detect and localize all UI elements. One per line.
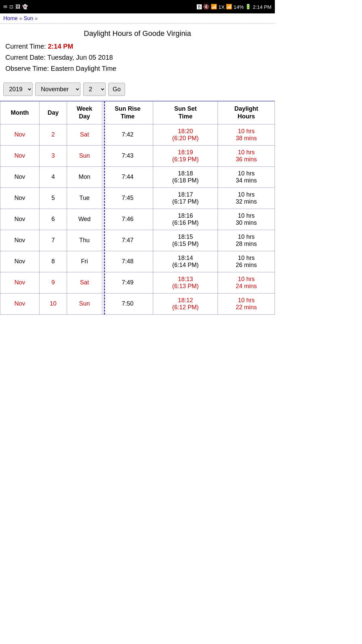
cell-weekday: Wed (67, 209, 102, 230)
cell-sunrise: 7:49 (102, 272, 153, 293)
day-select[interactable]: 12345678910 (83, 83, 106, 96)
cell-daylight: 10 hrs26 mins (218, 251, 275, 272)
cell-daylight: 10 hrs32 mins (218, 187, 275, 209)
observe-time-row: Observe Time: Eastern Daylight Time (5, 65, 269, 72)
network-label: 1X (219, 4, 225, 10)
daylight-table: Month Day WeekDay Sun RiseTime Sun SetTi… (0, 101, 275, 315)
breadcrumb-home[interactable]: Home (3, 15, 18, 21)
mail-icon: ✉ (3, 4, 7, 9)
cell-month: Nov (0, 145, 40, 166)
cell-weekday: Thu (67, 230, 102, 251)
cell-weekday: Fri (67, 251, 102, 272)
cell-sunrise: 7:50 (102, 293, 153, 314)
cell-day: 7 (40, 230, 67, 251)
current-time-value: 2:14 PM (48, 43, 73, 50)
go-button[interactable]: Go (108, 83, 125, 96)
cell-daylight: 10 hrs28 mins (218, 230, 275, 251)
info-section: Current Time: 2:14 PM Current Date: Tues… (0, 41, 275, 78)
current-time-row: Current Time: 2:14 PM (5, 43, 269, 50)
header-day: Day (40, 102, 67, 124)
battery-label: 14% (234, 4, 244, 10)
status-icons: ✉ ⊡ 🖼 👻 (3, 4, 28, 9)
cell-sunset: 18:20(6:20 PM) (153, 124, 218, 145)
current-date-label: Current Date: (5, 54, 46, 61)
month-select[interactable]: JanuaryFebruaryMarchAprilMayJuneJulyAugu… (35, 83, 80, 96)
mute-icon: 🔇 (203, 4, 209, 10)
table-row: Nov 7 Thu 7:47 18:15(6:15 PM) 10 hrs28 m… (0, 230, 275, 251)
cell-daylight: 10 hrs30 mins (218, 209, 275, 230)
cell-sunset: 18:12(6:12 PM) (153, 293, 218, 314)
header-sunset: Sun SetTime (153, 102, 218, 124)
cell-month: Nov (0, 124, 40, 145)
cell-day: 3 (40, 145, 67, 166)
battery-icon: 🔋 (245, 4, 251, 10)
cell-sunset: 18:13(6:13 PM) (153, 272, 218, 293)
bluetooth-icon: 🅱 (197, 4, 202, 10)
current-date-value: Tuesday, Jun 05 2018 (47, 54, 113, 61)
cell-day: 5 (40, 187, 67, 209)
cell-month: Nov (0, 187, 40, 209)
table-row: Nov 10 Sun 7:50 18:12(6:12 PM) 10 hrs22 … (0, 293, 275, 314)
cell-sunrise: 7:46 (102, 209, 153, 230)
status-right-icons: 🅱 🔇 📶 1X 📶 14% 🔋 2:14 PM (197, 4, 272, 10)
cell-day: 2 (40, 124, 67, 145)
year-select[interactable]: 20172018201920202021 (3, 83, 33, 96)
cell-sunrise: 7:43 (102, 145, 153, 166)
cell-daylight: 10 hrs38 mins (218, 124, 275, 145)
cell-day: 10 (40, 293, 67, 314)
cell-daylight: 10 hrs34 mins (218, 166, 275, 187)
table-row: Nov 9 Sat 7:49 18:13(6:13 PM) 10 hrs24 m… (0, 272, 275, 293)
cell-daylight: 10 hrs36 mins (218, 145, 275, 166)
table-header-row: Month Day WeekDay Sun RiseTime Sun SetTi… (0, 102, 275, 124)
cell-sunrise: 7:44 (102, 166, 153, 187)
image-icon: 🖼 (15, 4, 20, 9)
current-date-row: Current Date: Tuesday, Jun 05 2018 (5, 54, 269, 61)
current-time-label: Current Time: (5, 43, 46, 50)
header-weekday: WeekDay (67, 102, 102, 124)
table-row: Nov 5 Tue 7:45 18:17(6:17 PM) 10 hrs32 m… (0, 187, 275, 209)
table-row: Nov 4 Mon 7:44 18:18(6:18 PM) 10 hrs34 m… (0, 166, 275, 187)
cell-day: 8 (40, 251, 67, 272)
cell-weekday: Sat (67, 124, 102, 145)
cell-sunset: 18:18(6:18 PM) (153, 166, 218, 187)
cell-sunrise: 7:45 (102, 187, 153, 209)
cell-daylight: 10 hrs24 mins (218, 272, 275, 293)
cell-weekday: Sat (67, 272, 102, 293)
cell-day: 6 (40, 209, 67, 230)
header-sunrise: Sun RiseTime (102, 102, 153, 124)
cell-month: Nov (0, 230, 40, 251)
cell-weekday: Mon (67, 166, 102, 187)
cell-sunrise: 7:42 (102, 124, 153, 145)
screen-icon: ⊡ (9, 4, 13, 9)
cell-weekday: Sun (67, 293, 102, 314)
cell-weekday: Sun (67, 145, 102, 166)
cell-month: Nov (0, 251, 40, 272)
signal-icon: 📶 (226, 4, 232, 10)
time-display: 2:14 PM (253, 4, 272, 10)
observe-time-label: Observe Time: (5, 65, 49, 72)
header-month: Month (0, 102, 40, 124)
breadcrumb-sep1: » (19, 15, 23, 21)
cell-month: Nov (0, 209, 40, 230)
header-daylight: DaylightHours (218, 102, 275, 124)
page-title: Daylight Hours of Goode Virginia (0, 24, 275, 41)
cell-sunrise: 7:47 (102, 230, 153, 251)
table-row: Nov 6 Wed 7:46 18:16(6:16 PM) 10 hrs30 m… (0, 209, 275, 230)
cell-month: Nov (0, 293, 40, 314)
cell-sunset: 18:16(6:16 PM) (153, 209, 218, 230)
cell-day: 9 (40, 272, 67, 293)
controls-row: 20172018201920202021 JanuaryFebruaryMarc… (0, 78, 275, 101)
cell-month: Nov (0, 166, 40, 187)
breadcrumb-sun[interactable]: Sun (23, 15, 33, 21)
cell-sunrise: 7:48 (102, 251, 153, 272)
table-row: Nov 3 Sun 7:43 18:19(6:19 PM) 10 hrs36 m… (0, 145, 275, 166)
wifi-icon: 📶 (211, 4, 217, 10)
status-bar: ✉ ⊡ 🖼 👻 🅱 🔇 📶 1X 📶 14% 🔋 2:14 PM (0, 0, 275, 13)
breadcrumb: Home » Sun » (0, 13, 275, 24)
cell-sunset: 18:19(6:19 PM) (153, 145, 218, 166)
cell-sunset: 18:17(6:17 PM) (153, 187, 218, 209)
ghost-icon: 👻 (22, 4, 28, 9)
cell-daylight: 10 hrs22 mins (218, 293, 275, 314)
table-wrapper: Month Day WeekDay Sun RiseTime Sun SetTi… (0, 101, 275, 315)
observe-time-value: Eastern Daylight Time (51, 65, 117, 72)
